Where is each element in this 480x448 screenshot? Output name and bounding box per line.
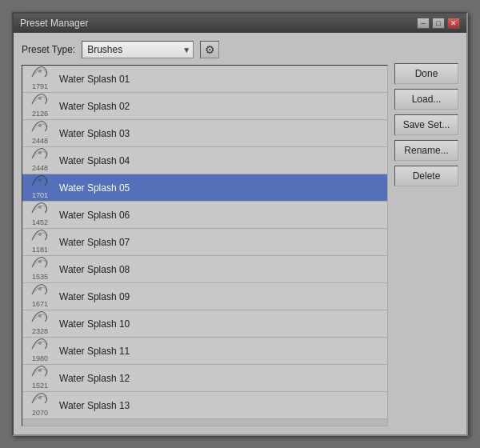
brush-name: Water Splash 10 [59,318,130,330]
load-button[interactable]: Load... [394,89,458,110]
brush-size: 2070 [32,409,48,418]
brush-name: Water Splash 13 [59,400,130,411]
brush-name: Water Splash 02 [59,101,130,112]
list-item[interactable]: 2448Water Splash 03 [22,120,387,147]
window-title: Preset Manager [20,18,88,29]
close-button[interactable]: ✕ [447,18,460,29]
brush-icon [29,362,51,382]
brush-thumbnail: 1671 [26,285,54,309]
brush-icon [29,280,51,300]
brush-thumbnail: 1791 [26,67,54,91]
brush-thumbnail: 2448 [26,149,54,173]
brush-icon [29,144,51,164]
brush-thumbnail: 2070 [26,394,54,418]
brush-thumbnail: 2328 [26,312,54,336]
brush-icon [29,253,51,273]
preset-type-wrapper: Brushes Swatches Gradients Patterns Styl… [82,41,194,58]
rename-button[interactable]: Rename... [394,140,458,161]
svg-point-6 [38,233,42,236]
svg-point-0 [38,70,42,73]
svg-point-8 [38,287,42,290]
svg-point-4 [38,178,42,182]
brush-thumbnail: 1181 [26,230,54,254]
svg-point-2 [38,124,42,127]
list-item[interactable]: 1181Water Splash 07 [22,229,387,256]
brush-name: Water Splash 01 [59,74,130,85]
maximize-button[interactable]: □ [432,18,445,29]
list-item[interactable]: 1701Water Splash 05 [22,174,387,202]
brush-thumbnail: 1701 [26,176,54,200]
brush-icon [29,66,51,82]
list-item[interactable]: 2448Water Splash 04 [22,147,387,174]
svg-point-1 [38,97,42,100]
list-item[interactable]: 1535Water Splash 08 [22,256,387,283]
brush-name: Water Splash 11 [59,346,130,357]
svg-point-3 [38,151,42,154]
brush-name: Water Splash 09 [59,291,130,302]
brush-icon [29,334,51,354]
list-item[interactable]: 1521Water Splash 12 [22,365,387,392]
save-set-button[interactable]: Save Set... [394,114,458,135]
brush-icon [29,117,51,137]
brush-name: Water Splash 08 [59,264,130,275]
svg-point-9 [38,314,42,318]
brush-thumbnail: 1521 [26,366,54,390]
preset-type-row: Preset Type: Brushes Swatches Gradients … [22,41,388,58]
brush-list-container: 1791Water Splash 01 2126Water Splash 02 … [22,65,388,426]
list-item[interactable]: 1671Water Splash 09 [22,283,387,310]
brush-icon [29,307,51,327]
list-item[interactable]: 1980Water Splash 11 [22,338,387,365]
brush-icon [29,389,51,409]
preset-manager-window: Preset Manager – □ ✕ Preset Type: Brushe… [12,12,468,436]
brush-name: Water Splash 04 [59,155,130,166]
right-panel: Done Load... Save Set... Rename... Delet… [394,41,458,426]
brush-thumbnail: 2126 [26,94,54,118]
brush-list-scroll[interactable]: 1791Water Splash 01 2126Water Splash 02 … [22,66,387,426]
svg-point-10 [38,342,42,345]
preset-type-select[interactable]: Brushes Swatches Gradients Patterns Styl… [82,41,194,58]
svg-point-7 [38,260,42,263]
window-controls: – □ ✕ [417,18,460,29]
gear-button[interactable]: ⚙ [200,41,219,58]
brush-name: Water Splash 12 [59,373,130,384]
svg-point-11 [38,369,42,372]
delete-button[interactable]: Delete [394,166,458,186]
brush-icon [29,171,51,191]
minimize-button[interactable]: – [417,18,430,29]
preset-type-label: Preset Type: [22,44,75,55]
brush-thumbnail: 2448 [26,122,54,146]
svg-point-5 [38,206,42,209]
list-item[interactable]: 2070Water Splash 13 [22,392,387,419]
brush-icon [29,226,51,246]
brush-thumbnail: 1452 [26,203,54,227]
svg-point-12 [38,396,42,399]
brush-name: Water Splash 05 [59,182,130,194]
brush-name: Water Splash 07 [59,237,130,248]
list-item[interactable]: 2126Water Splash 02 [22,93,387,120]
brush-name: Water Splash 03 [59,128,130,139]
left-panel: Preset Type: Brushes Swatches Gradients … [22,41,388,426]
brush-icon [29,90,51,110]
brush-thumbnail: 1980 [26,339,54,363]
list-item[interactable]: 1791Water Splash 01 [22,66,387,93]
content-area: Preset Type: Brushes Swatches Gradients … [14,33,466,434]
brush-thumbnail: 1535 [26,258,54,282]
gear-icon: ⚙ [205,43,215,56]
titlebar: Preset Manager – □ ✕ [14,14,466,33]
list-item[interactable]: 2328Water Splash 10 [22,310,387,338]
done-button[interactable]: Done [394,63,458,84]
brush-icon [29,198,51,218]
list-item[interactable]: 1452Water Splash 06 [22,202,387,229]
brush-name: Water Splash 06 [59,210,130,221]
